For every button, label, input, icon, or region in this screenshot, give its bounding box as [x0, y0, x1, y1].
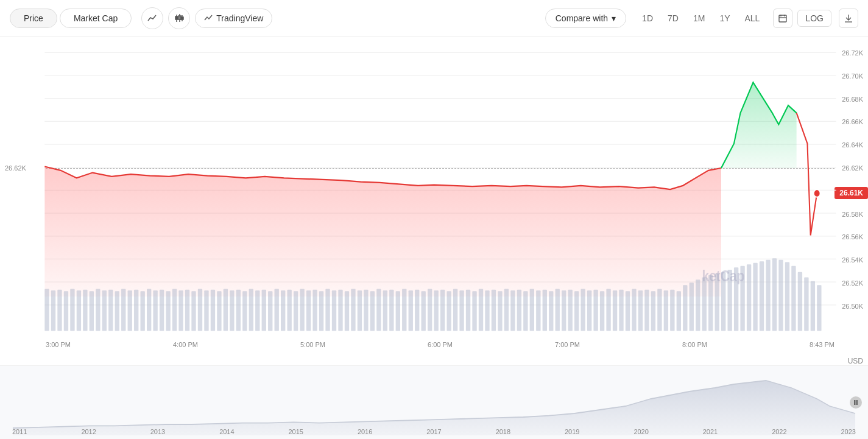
svg-rect-61 [275, 289, 279, 331]
svg-rect-96 [498, 291, 502, 331]
svg-rect-28 [64, 291, 68, 331]
pause-button[interactable] [850, 396, 862, 409]
download-button[interactable] [839, 9, 858, 28]
svg-rect-42 [153, 290, 157, 331]
time-all[interactable]: ALL [739, 10, 766, 26]
overview-x-2016: 2016 [358, 428, 372, 435]
svg-rect-144 [804, 278, 808, 331]
compare-with-button[interactable]: Compare with ▾ [545, 9, 626, 28]
candle-chart-icon[interactable] [168, 7, 190, 29]
svg-rect-99 [517, 290, 521, 331]
svg-rect-84 [422, 291, 426, 331]
svg-rect-117 [632, 289, 636, 331]
market-cap-tab[interactable]: Market Cap [60, 9, 132, 28]
svg-rect-97 [504, 289, 509, 331]
svg-rect-142 [791, 266, 796, 331]
x-label-5pm: 5:00 PM [300, 341, 325, 348]
svg-rect-62 [281, 290, 285, 331]
svg-rect-100 [523, 291, 528, 331]
svg-rect-39 [134, 290, 138, 331]
svg-rect-103 [543, 290, 547, 331]
svg-rect-71 [338, 290, 342, 331]
svg-rect-149 [856, 400, 858, 405]
overview-x-2012: 2012 [81, 428, 96, 435]
svg-rect-55 [236, 290, 241, 331]
svg-rect-126 [690, 283, 694, 331]
x-label-7pm: 7:00 PM [555, 341, 580, 348]
svg-rect-77 [376, 289, 381, 331]
svg-rect-87 [440, 290, 445, 331]
svg-rect-102 [536, 290, 540, 331]
svg-rect-146 [817, 285, 821, 331]
svg-rect-1 [175, 16, 178, 19]
svg-rect-139 [772, 258, 777, 331]
overview-x-2014: 2014 [219, 428, 234, 435]
calendar-button[interactable] [773, 9, 792, 28]
svg-rect-5 [181, 17, 183, 19]
svg-rect-104 [549, 291, 553, 331]
svg-rect-85 [428, 289, 432, 331]
svg-rect-105 [556, 289, 560, 331]
svg-rect-83 [415, 290, 419, 331]
svg-rect-33 [96, 289, 100, 331]
svg-rect-75 [364, 290, 368, 331]
svg-rect-53 [224, 289, 228, 331]
svg-rect-58 [255, 290, 259, 331]
svg-rect-49 [198, 289, 202, 331]
line-chart-icon[interactable] [141, 7, 163, 29]
svg-rect-25 [44, 289, 49, 331]
svg-rect-89 [453, 289, 457, 331]
svg-rect-98 [510, 290, 515, 331]
overview-x-2021: 2021 [703, 428, 718, 435]
svg-rect-137 [760, 261, 764, 331]
svg-rect-118 [638, 290, 643, 331]
svg-rect-31 [83, 290, 87, 331]
time-7d[interactable]: 7D [662, 10, 685, 26]
svg-rect-27 [57, 290, 62, 331]
overview-x-axis: 2011 2012 2013 2014 2015 2016 2017 2018 … [0, 428, 868, 435]
usd-label: USD [848, 357, 863, 365]
overview-x-2013: 2013 [150, 428, 165, 435]
svg-rect-116 [626, 291, 630, 331]
svg-rect-76 [370, 291, 375, 331]
svg-rect-119 [644, 290, 649, 331]
svg-rect-93 [479, 289, 483, 331]
svg-rect-90 [459, 290, 464, 331]
price-tab[interactable]: Price [10, 9, 57, 28]
svg-rect-82 [409, 290, 413, 331]
svg-rect-128 [702, 278, 707, 331]
svg-rect-112 [600, 291, 604, 331]
svg-rect-107 [568, 290, 573, 331]
svg-rect-94 [485, 290, 489, 331]
svg-rect-73 [351, 289, 355, 331]
svg-rect-66 [306, 290, 311, 331]
svg-rect-101 [530, 289, 534, 331]
overview-x-2020: 2020 [633, 428, 648, 435]
svg-rect-46 [178, 290, 183, 331]
time-1d[interactable]: 1D [636, 10, 659, 26]
svg-rect-120 [651, 291, 655, 331]
time-1y[interactable]: 1Y [713, 10, 736, 26]
tradingview-button[interactable]: TradingView [195, 9, 272, 28]
svg-rect-70 [332, 290, 336, 331]
svg-rect-148 [854, 400, 856, 405]
svg-rect-135 [747, 264, 751, 331]
svg-rect-122 [664, 290, 668, 331]
svg-rect-60 [268, 291, 272, 331]
tradingview-label: TradingView [216, 13, 263, 23]
svg-point-24 [814, 189, 820, 197]
overview-x-2023: 2023 [841, 428, 856, 435]
svg-rect-34 [102, 290, 107, 331]
svg-rect-127 [696, 279, 700, 331]
time-1m[interactable]: 1M [687, 10, 711, 26]
svg-rect-110 [587, 290, 591, 331]
view-type-group: Price Market Cap [10, 9, 132, 28]
main-chart-area: 26.72K 26.70K 26.68K 26.66K 26.64K 26.62… [0, 37, 868, 365]
overview-x-2011: 2011 [12, 428, 27, 435]
overview-x-2018: 2018 [496, 428, 510, 435]
log-button[interactable]: LOG [797, 10, 831, 27]
svg-rect-95 [492, 290, 496, 331]
svg-rect-26 [51, 290, 55, 331]
svg-rect-64 [294, 291, 298, 331]
svg-rect-113 [606, 289, 610, 331]
